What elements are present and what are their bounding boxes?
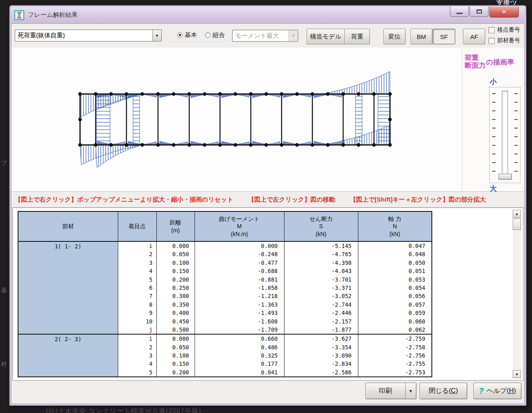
column-header-axial: 軸 力N(kN) [358, 211, 432, 241]
desktop-background: 支援ツ (社)土木学会 コンクリート標準示方書(2007年版) ブ 基 村 フレ… [0, 0, 532, 413]
background-fragment: 村 [1, 360, 7, 368]
print-label: 印刷 [366, 387, 405, 395]
maximize-icon [477, 9, 482, 14]
help-icon: ? [479, 386, 484, 396]
sf-button[interactable]: SF [433, 29, 455, 44]
moment-cell: 0.000-0.248-0.477-0.688-0.881-1.058-1.21… [195, 241, 284, 334]
bm-button[interactable]: BM [410, 29, 432, 44]
close-button[interactable]: ✕ [489, 7, 519, 18]
background-fragment: ブ [1, 159, 7, 167]
frame-analysis-window: フレーム解析結果 ✕ 死荷重(躯体自重) ▼ 基本 組 [9, 5, 527, 406]
column-header-moment: 曲げモーメントM(kN.m) [195, 211, 284, 241]
member-block: 2( 2- 3)i23450.0000.0500.1000.1500.2000.… [18, 334, 432, 377]
hint-bar: 【図上で右クリック】ポップアップメニューより拡大・縮小・描画のリセット 【図上で… [11, 192, 524, 207]
hint-right-click: 【図上で右クリック】ポップアップメニューより拡大・縮小・描画のリセット [15, 196, 233, 204]
draw-scale-panel: 荷重 断面力 の描画率 小 大 [462, 48, 524, 191]
radio-combination[interactable]: 組合 [205, 31, 225, 39]
dropdown-arrow-icon: ▼ [289, 30, 298, 41]
minimize-button[interactable] [450, 7, 469, 17]
scroll-up-icon: ▲ [515, 212, 519, 216]
scroll-down-icon: ▼ [515, 372, 519, 376]
toolbar: 死荷重(躯体自重) ▼ 基本 組合 モーメント最大 ▼ 構造モデル 荷重 変位 [11, 24, 524, 48]
column-header-shear: せん断力S(kN) [284, 211, 358, 241]
diagram-canvas[interactable]: 荷重 断面力 の描画率 小 大 [11, 48, 524, 192]
axial-cell: -2.759-2.758-2.756-2.755-2.753 [358, 334, 432, 377]
close-icon: ✕ [502, 8, 507, 16]
background-fragment: 基 [1, 287, 7, 294]
member-block: 1( 1- 2)i2345678910j0.0000.0500.1000.150… [18, 241, 432, 334]
shear-cell: -5.145-4.765-4.398-4.043-3.701-3.371-3.0… [284, 241, 358, 334]
point-cell: i2345678910j [118, 241, 156, 334]
results-table-viewport: 部材 着目点 距離(m) 曲げモーメントM(kN.m) せん断力S(kN) 軸 … [18, 211, 509, 379]
load-case-select[interactable]: 死荷重(躯体自重) ▼ [15, 30, 162, 41]
print-menu-arrow-icon: ▼ [409, 389, 413, 393]
minimize-icon [456, 13, 463, 14]
results-table: 部材 着目点 距離(m) 曲げモーメントM(kN.m) せん断力S(kN) 軸 … [18, 211, 432, 377]
draw-scale-slider[interactable] [489, 87, 521, 183]
results-table-panel: 部材 着目点 距離(m) 曲げモーメントM(kN.m) せん断力S(kN) 軸 … [12, 207, 523, 381]
footer-bar: 印刷 ▼ 閉じる(C) ? ヘルプ(H) [11, 381, 524, 404]
distance-cell: 0.0000.0500.1000.1500.2000.2500.3000.350… [156, 241, 195, 334]
scale-label-suffix: の描画率 [486, 59, 514, 69]
slider-thumb[interactable] [498, 174, 511, 179]
app-icon [14, 10, 24, 20]
slider-track[interactable] [502, 91, 508, 177]
moment-cell: 0.6600.4860.3250.1770.041 [195, 334, 284, 377]
close-dialog-button[interactable]: 閉じる(C) [420, 383, 467, 399]
displacement-button[interactable]: 変位 [383, 29, 406, 44]
help-button[interactable]: ? ヘルプ(H) [473, 383, 521, 399]
radio-icon [205, 32, 211, 38]
print-button[interactable]: 印刷 ▼ [365, 383, 416, 399]
column-header-member: 部材 [18, 211, 118, 241]
shear-cell: -3.627-3.354-3.090-2.834-2.586 [284, 334, 358, 377]
scroll-down-button[interactable]: ▼ [513, 370, 521, 378]
frame-diagram [11, 48, 461, 191]
background-fragment: (社)土木学会 コンクリート標準示方書(2007年版) [46, 407, 201, 413]
node-number-label: 格点番号 [497, 26, 520, 34]
slider-ticks [514, 93, 518, 176]
table-scrollbar[interactable]: ▲ ▼ [513, 210, 521, 378]
scale-label-line2: 断面力 [465, 62, 486, 70]
radio-combination-label: 組合 [213, 31, 225, 39]
close-label: 閉じる( [429, 387, 451, 395]
draw-scale-label: 荷重 断面力 の描画率 [465, 54, 514, 69]
hint-shift-click: 【図上で[Shift]キー＋左クリック】図の部分拡大 [350, 196, 486, 204]
radio-icon [177, 32, 183, 38]
result-type-value: モーメント最大 [233, 32, 289, 40]
af-button[interactable]: AF [463, 29, 485, 44]
radio-basic-label: 基本 [185, 31, 197, 39]
close-key: C [451, 387, 456, 395]
slider-ticks [492, 93, 495, 176]
member-cell: 2( 2- 3) [18, 334, 118, 377]
column-icon [16, 11, 23, 19]
node-number-checkbox[interactable] [488, 27, 495, 33]
load-case-value: 死荷重(躯体自重) [15, 32, 152, 39]
load-button[interactable]: 荷重 [344, 29, 370, 44]
maximize-button[interactable] [470, 7, 488, 17]
column-header-distance: 距離(m) [156, 211, 195, 241]
dropdown-arrow-icon[interactable]: ▼ [152, 30, 161, 41]
structure-model-button[interactable]: 構造モデル [307, 29, 345, 44]
result-type-select: モーメント最大 ▼ [232, 30, 298, 42]
hint-left-click: 【図上で左クリック】図の移動 [248, 196, 335, 204]
scale-label-line1: 荷重 [465, 54, 486, 62]
help-label: ヘルプ( [486, 387, 509, 395]
scrollbar-thumb[interactable] [513, 218, 521, 230]
distance-cell: 0.0000.0500.1000.1500.200 [156, 334, 195, 377]
help-label-end: ) [514, 387, 516, 395]
scroll-up-button[interactable]: ▲ [513, 210, 521, 218]
axial-cell: 0.0470.0480.0500.0510.0530.0540.0560.057… [358, 241, 432, 334]
titlebar[interactable]: フレーム解析結果 ✕ [11, 7, 525, 23]
close-label-end: ) [456, 387, 458, 395]
scale-small-label: 小 [462, 77, 524, 87]
member-number-label: 部材番号 [497, 37, 520, 44]
member-cell: 1( 1- 2) [18, 241, 118, 334]
radio-basic[interactable]: 基本 [177, 31, 197, 39]
print-menu-button[interactable]: ▼ [405, 383, 416, 399]
dialog-client-area: 死荷重(躯体自重) ▼ 基本 組合 モーメント最大 ▼ 構造モデル 荷重 変位 [11, 23, 525, 404]
point-cell: i2345 [118, 334, 156, 377]
member-number-checkbox[interactable] [488, 38, 495, 44]
window-title: フレーム解析結果 [28, 11, 78, 19]
help-key: H [509, 387, 514, 395]
column-header-point: 着目点 [118, 211, 156, 241]
